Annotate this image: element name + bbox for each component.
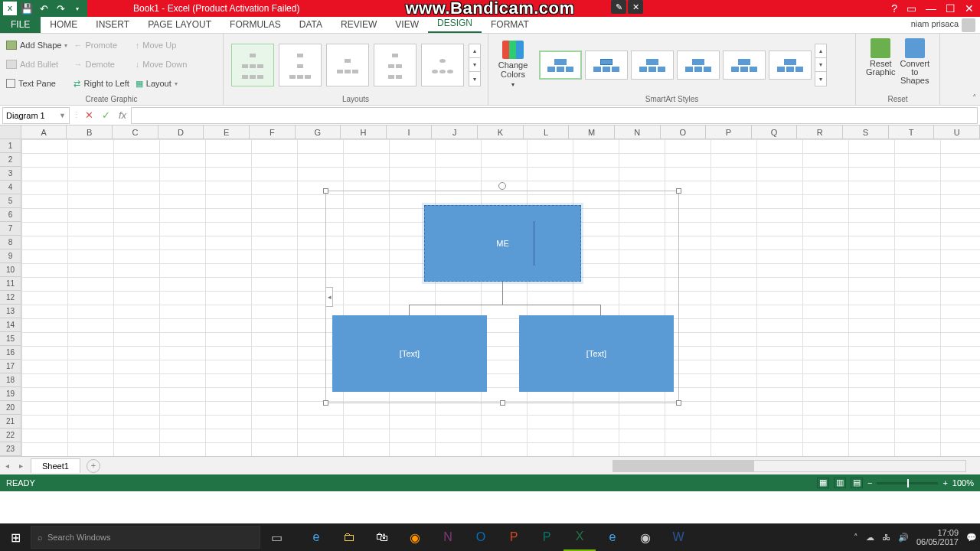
style-option-3[interactable]	[631, 51, 674, 80]
clock[interactable]: 17:09 06/05/2017	[916, 528, 959, 546]
excel-taskbar-icon[interactable]: X	[564, 523, 596, 551]
layout-option-3[interactable]	[326, 44, 369, 86]
col-header-L[interactable]: L	[524, 126, 570, 139]
row-header-13[interactable]: 13	[0, 305, 21, 318]
smartart-frame[interactable]: ◂ ME [Text] [Text]	[325, 191, 679, 403]
col-header-C[interactable]: C	[113, 126, 158, 139]
row-header-18[interactable]: 18	[0, 373, 21, 387]
reset-graphic-button[interactable]: Reset Graphic	[865, 38, 897, 92]
row-header-22[interactable]: 22	[0, 429, 21, 442]
close-icon[interactable]: ✕	[965, 2, 974, 15]
zoom-percent[interactable]: 100%	[952, 478, 974, 487]
add-sheet-button[interactable]: +	[87, 459, 100, 473]
row-header-6[interactable]: 6	[0, 208, 21, 222]
explorer-icon[interactable]: 🗀	[333, 523, 365, 551]
smartart-node-left[interactable]: [Text]	[332, 315, 487, 392]
tab-formulas[interactable]: FORMULAS	[220, 16, 290, 33]
worksheet[interactable]: ABCDEFGHIJKLMNOPQRSTU 123456789101112131…	[0, 126, 980, 456]
row-header-19[interactable]: 19	[0, 387, 21, 401]
network-icon[interactable]: 🖧	[882, 533, 890, 542]
collapse-ribbon-icon[interactable]: ˄	[972, 93, 977, 103]
resize-handle-nw[interactable]	[323, 188, 328, 194]
right-to-left-button[interactable]: ⇄Right to Left	[72, 75, 130, 92]
ie-icon[interactable]: e	[596, 523, 629, 551]
qat-customize-icon[interactable]: ▾	[70, 2, 84, 15]
name-box[interactable]: Diagram 1▼	[2, 107, 70, 124]
sheet-nav-next[interactable]: ▸	[14, 461, 28, 470]
row-header-5[interactable]: 5	[0, 194, 21, 208]
view-normal-icon[interactable]: ▦	[817, 478, 829, 488]
resize-handle-s[interactable]	[500, 400, 505, 406]
col-header-R[interactable]: R	[797, 126, 843, 139]
style-option-4[interactable]	[677, 51, 720, 80]
col-header-P[interactable]: P	[706, 126, 752, 139]
minimize-icon[interactable]: —	[926, 2, 936, 15]
style-option-5[interactable]	[723, 51, 766, 80]
col-header-U[interactable]: U	[934, 126, 980, 139]
account-name[interactable]: niam prisaca	[911, 19, 959, 28]
tab-view[interactable]: VIEW	[386, 16, 428, 33]
tab-review[interactable]: REVIEW	[332, 16, 386, 33]
start-button[interactable]: ⊞	[0, 523, 31, 551]
col-header-J[interactable]: J	[432, 126, 478, 139]
bandicam-close-icon[interactable]: ✕	[628, 0, 643, 14]
layouts-more[interactable]: ▴▾▾	[469, 44, 481, 86]
notifications-icon[interactable]: 💬	[966, 533, 977, 543]
convert-to-shapes-button[interactable]: Convert to Shapes	[900, 38, 931, 92]
tab-insert[interactable]: INSERT	[87, 16, 139, 33]
row-header-3[interactable]: 3	[0, 167, 21, 181]
col-header-D[interactable]: D	[158, 126, 204, 139]
resize-handle-sw[interactable]	[323, 400, 328, 406]
col-header-I[interactable]: I	[387, 126, 433, 139]
layout-option-2[interactable]	[279, 44, 322, 86]
row-header-8[interactable]: 8	[0, 236, 21, 249]
view-pagelayout-icon[interactable]: ▥	[834, 478, 846, 488]
zoom-slider[interactable]	[877, 482, 938, 484]
tab-data[interactable]: DATA	[290, 16, 332, 33]
row-header-9[interactable]: 9	[0, 249, 21, 263]
row-header-21[interactable]: 21	[0, 415, 21, 429]
zoom-in-button[interactable]: +	[942, 478, 947, 487]
taskbar-search[interactable]: ⌕Search Windows	[31, 526, 260, 549]
redo-icon[interactable]: ↷	[54, 2, 67, 15]
add-shape-button[interactable]: Add Shape ▾	[5, 37, 69, 54]
col-header-A[interactable]: A	[21, 126, 67, 139]
style-option-6[interactable]	[769, 51, 812, 80]
tab-design[interactable]: DESIGN	[428, 15, 482, 33]
row-header-17[interactable]: 17	[0, 360, 21, 373]
select-all-corner[interactable]	[0, 126, 21, 139]
powerpoint-icon[interactable]: P	[498, 523, 530, 551]
horizontal-scrollbar[interactable]	[612, 460, 966, 472]
tab-home[interactable]: HOME	[41, 16, 87, 33]
maximize-icon[interactable]: ☐	[946, 2, 956, 15]
publisher-icon[interactable]: P	[531, 523, 563, 551]
col-header-Q[interactable]: Q	[752, 126, 798, 139]
outlook-icon[interactable]: O	[465, 523, 497, 551]
resize-handle-ne[interactable]	[676, 188, 681, 194]
ribbon-options-icon[interactable]: ▭	[906, 2, 916, 15]
col-header-N[interactable]: N	[615, 126, 661, 139]
style-option-2[interactable]	[585, 51, 628, 80]
tab-file[interactable]: FILE	[0, 16, 41, 33]
onenote-icon[interactable]: N	[432, 523, 464, 551]
change-colors-button[interactable]: Change Colors▾	[493, 41, 533, 90]
row-header-1[interactable]: 1	[0, 139, 21, 153]
col-header-F[interactable]: F	[250, 126, 296, 139]
enter-formula-icon[interactable]: ✓	[97, 109, 114, 121]
firefox-icon[interactable]: ◉	[399, 523, 431, 551]
smartart-node-top[interactable]: ME	[424, 205, 581, 282]
undo-icon[interactable]: ↶	[37, 2, 51, 15]
layout-option-5[interactable]	[421, 44, 464, 86]
zoom-out-button[interactable]: −	[867, 478, 872, 487]
smartart-node-right[interactable]: [Text]	[519, 315, 674, 392]
row-header-10[interactable]: 10	[0, 263, 21, 277]
store-icon[interactable]: 🛍	[366, 523, 398, 551]
row-header-11[interactable]: 11	[0, 277, 21, 291]
cancel-formula-icon[interactable]: ✕	[80, 109, 97, 121]
row-header-20[interactable]: 20	[0, 401, 21, 415]
row-header-4[interactable]: 4	[0, 181, 21, 194]
save-icon[interactable]: 💾	[20, 2, 34, 15]
row-header-14[interactable]: 14	[0, 318, 21, 332]
volume-icon[interactable]: 🔊	[898, 533, 909, 543]
formula-input[interactable]	[131, 107, 978, 124]
